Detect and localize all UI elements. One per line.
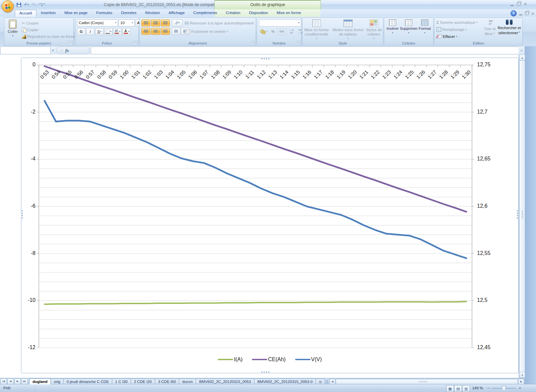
- selection-handle-right[interactable]: [517, 210, 518, 219]
- next-sheet-button[interactable]: ▶: [14, 378, 21, 384]
- scroll-left-icon[interactable]: ◀: [329, 379, 335, 384]
- format-as-table-button[interactable]: Mettre sous forme de tableau ▾: [331, 18, 365, 40]
- tab-disposition[interactable]: Disposition: [245, 9, 272, 17]
- chevron-down-icon[interactable]: ▾: [36, 3, 37, 6]
- insert-cells-button[interactable]: Insérer ▾: [385, 18, 400, 34]
- sheet-tab-ducon[interactable]: ducon: [179, 379, 196, 384]
- restore-icon[interactable]: [517, 2, 521, 6]
- align-middle-button[interactable]: [151, 19, 160, 26]
- tab-complements[interactable]: Compléments: [189, 9, 221, 17]
- sheet-tab-0-jeudi-dimanche-c-cde[interactable]: 0 jeudi dimanche C CDE: [63, 379, 112, 384]
- comma-style-button[interactable]: 000: [277, 28, 286, 35]
- name-box-dropdown-icon[interactable]: ▾: [51, 47, 55, 54]
- borders-button[interactable]: ▾: [104, 28, 113, 35]
- clipboard-dialog-launcher[interactable]: ↘: [68, 41, 73, 45]
- selection-handle-bottom[interactable]: [261, 372, 270, 373]
- merge-center-button[interactable]: Fusionner et centrer ▾: [185, 28, 228, 35]
- sheet-tab-dugland[interactable]: dugland: [29, 378, 51, 384]
- qat-customize-button[interactable]: ▾: [39, 4, 45, 7]
- orientation-button[interactable]: ab▾: [172, 19, 183, 26]
- format-cells-button[interactable]: Format ▾: [417, 18, 432, 34]
- align-bottom-button[interactable]: [161, 19, 170, 26]
- zoom-slider-thumb[interactable]: [502, 386, 506, 391]
- workbook-minimize-icon[interactable]: [519, 11, 522, 15]
- accounting-format-button[interactable]: ▾: [259, 28, 269, 35]
- sheet-tab-1-c-i30[interactable]: 1 C I30: [112, 379, 131, 384]
- worksheet-area[interactable]: 0:530:540:550:560:570:580:591:001:011:02…: [0, 55, 519, 378]
- workbook-restore-icon[interactable]: [525, 12, 529, 15]
- underline-button[interactable]: S▾: [95, 28, 104, 35]
- vertical-scrollbar[interactable]: ▲ ▼: [519, 55, 525, 378]
- sheet-tab-2-cde-i20[interactable]: 2 CDE I20: [131, 379, 155, 384]
- sort-filter-button[interactable]: AZ Trier et filtrer▾: [483, 18, 497, 36]
- undo-button[interactable]: ↶▾: [23, 2, 30, 8]
- sheet-tab-orig[interactable]: orig: [51, 379, 64, 384]
- align-left-button[interactable]: [141, 28, 150, 35]
- scroll-right-icon[interactable]: ▶: [518, 379, 524, 384]
- horizontal-scrollbar[interactable]: ◀ ▶: [329, 379, 525, 384]
- selection-handle-top[interactable]: [261, 58, 270, 59]
- save-button[interactable]: [15, 2, 22, 8]
- delete-cells-button[interactable]: Supprimer ▾: [400, 18, 417, 34]
- tab-mise-en-page[interactable]: Mise en page: [60, 9, 92, 17]
- insert-worksheet-button[interactable]: ▦: [316, 379, 325, 384]
- align-center-button[interactable]: [151, 28, 160, 35]
- autosum-button[interactable]: Σ Somme automatique ▾: [437, 19, 478, 26]
- tab-accueil[interactable]: Accueil: [15, 10, 37, 17]
- number-format-combo[interactable]: ▾: [259, 19, 301, 26]
- conditional-formatting-button[interactable]: Mise en forme conditionnelle ▾: [303, 18, 330, 40]
- zoom-out-button[interactable]: −: [486, 386, 491, 391]
- workbook-close-icon[interactable]: ×: [531, 11, 534, 16]
- percent-style-button[interactable]: %: [270, 28, 276, 35]
- copy-button[interactable]: Copier: [22, 26, 39, 33]
- help-icon[interactable]: ?: [511, 10, 517, 16]
- chart-legend[interactable]: I(A)CE(Ah)V(V): [21, 355, 518, 364]
- paste-button[interactable]: Coller ▾: [5, 18, 20, 41]
- horizontal-scrollbar-thumb[interactable]: [336, 379, 518, 384]
- sheet-tab-bmv602-2c-20120315-0053-0[interactable]: BMV602_2C_20120315_0053-0: [254, 379, 316, 384]
- selection-handle-left[interactable]: [22, 210, 23, 219]
- scroll-down-icon[interactable]: ▼: [519, 372, 525, 378]
- previous-sheet-button[interactable]: ◀: [7, 378, 14, 384]
- close-icon[interactable]: ×: [524, 2, 527, 6]
- legend-item-ce-ah-[interactable]: CE(Ah): [252, 356, 285, 363]
- zoom-in-button[interactable]: +: [517, 386, 523, 391]
- bold-button[interactable]: G: [77, 28, 85, 35]
- tab-affichage[interactable]: Affichage: [164, 9, 189, 17]
- series-line-ce-ah-[interactable]: [45, 66, 466, 212]
- tab-mise-en-forme[interactable]: Mise en forme: [272, 9, 306, 17]
- legend-item-v-v-[interactable]: V(V): [295, 356, 322, 363]
- tab-formules[interactable]: Formules: [92, 9, 117, 17]
- clear-button[interactable]: Effacer ▾: [437, 33, 457, 40]
- italic-button[interactable]: I: [86, 28, 94, 35]
- insert-function-button[interactable]: fx: [57, 47, 89, 54]
- page-layout-view-button[interactable]: ▤: [454, 385, 462, 392]
- font-dialog-launcher[interactable]: ↘: [133, 41, 138, 45]
- tab-insertion[interactable]: Insertion: [37, 9, 60, 17]
- chevron-down-icon[interactable]: ▾: [28, 3, 29, 6]
- cell-styles-button[interactable]: Styles de cellules ▾: [365, 18, 382, 40]
- series-line-i-a-[interactable]: [45, 302, 466, 304]
- name-box[interactable]: [0, 47, 51, 54]
- office-button[interactable]: [2, 0, 14, 12]
- sheet-tab-bmv602-2c-20120315-0053[interactable]: BMV602_2C_20120315_0053: [196, 379, 254, 384]
- fill-color-button[interactable]: ▾: [113, 28, 122, 35]
- tab-splitter-handle[interactable]: [326, 380, 328, 384]
- scroll-up-icon[interactable]: ▲: [519, 55, 525, 61]
- tab-donnees[interactable]: Données: [117, 9, 141, 17]
- normal-view-button[interactable]: ▦: [446, 385, 454, 392]
- redo-button[interactable]: ↷▾: [31, 2, 38, 8]
- alignment-dialog-launcher[interactable]: ↘: [251, 41, 255, 45]
- align-top-button[interactable]: [141, 19, 150, 26]
- wrap-text-button[interactable]: Renvoyer à la ligne automatiquement: [185, 20, 254, 26]
- find-select-button[interactable]: Rechercher et sélectionner▾: [497, 18, 522, 35]
- zoom-level-label[interactable]: 149 %: [467, 386, 483, 390]
- font-size-combo[interactable]: 10 ▾: [119, 19, 135, 26]
- sheet-tab-3-cde-i60[interactable]: 3 CDE I60: [155, 379, 179, 384]
- number-dialog-launcher[interactable]: ↘: [296, 41, 300, 45]
- fill-button[interactable]: ↓ Remplissage ▾: [437, 26, 467, 33]
- last-sheet-button[interactable]: ▶|: [21, 378, 28, 384]
- increase-decimal-button[interactable]: ←,0 ,00: [287, 28, 295, 35]
- chart-object[interactable]: 0:530:540:550:560:570:580:591:001:011:02…: [21, 58, 519, 373]
- decrease-indent-button[interactable]: [172, 28, 180, 35]
